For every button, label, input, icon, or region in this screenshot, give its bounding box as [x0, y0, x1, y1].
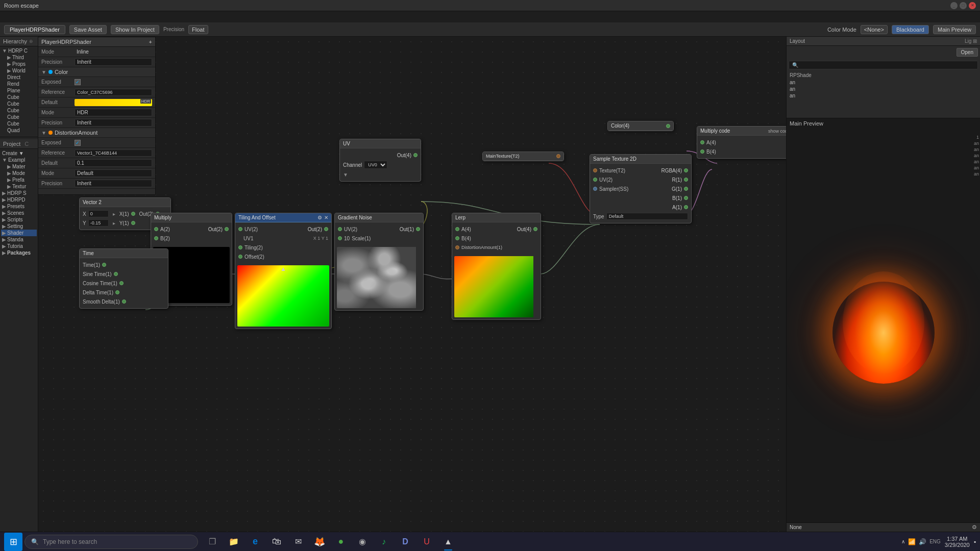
st-g-port[interactable]	[684, 187, 688, 191]
start-button[interactable]: ⊞	[4, 533, 22, 551]
project-item-exampl[interactable]: ▼ Exampl	[1, 157, 37, 163]
hierarchy-item-props[interactable]: ▶ Props	[1, 61, 37, 67]
ambient-icon[interactable]: ⚙	[972, 524, 977, 531]
project-item-mode[interactable]: ▶ Mode	[1, 170, 37, 177]
main-preview-button[interactable]: Main Preview	[933, 25, 976, 34]
spotify-app[interactable]: ♪	[374, 532, 394, 552]
gradient-scale-port[interactable]	[338, 236, 342, 240]
project-item-hdrpd[interactable]: ▶ HDRPD	[1, 196, 37, 203]
network-icon[interactable]: 📶	[908, 538, 916, 545]
hierarchy-item-world[interactable]: ▶ World	[1, 67, 37, 74]
time-sine-port[interactable]	[114, 272, 118, 276]
tiling-settings-icon[interactable]: ⚙	[317, 215, 322, 220]
mode-hdr-value[interactable]: HDR	[75, 109, 152, 116]
multiply-out-port[interactable]	[225, 227, 229, 231]
lerp-b-port[interactable]	[455, 236, 459, 240]
vector2-y1-port[interactable]	[131, 221, 135, 225]
firefox-app[interactable]: 🦊	[309, 532, 330, 552]
project-item-shader[interactable]: ▶ Shader	[1, 230, 37, 236]
distortion-section[interactable]: ▼ DistortionAmount	[38, 128, 155, 138]
hierarchy-item-rend[interactable]: Rend	[1, 81, 37, 87]
taskview-app[interactable]: ❐	[202, 532, 223, 552]
st-texture-port[interactable]	[593, 168, 597, 172]
search-bar[interactable]: 🔍 Type here to search	[24, 535, 198, 549]
hierarchy-item-third[interactable]: ▶ Third	[1, 54, 37, 61]
store-app[interactable]: 🛍	[266, 532, 287, 552]
multiply-a-port[interactable]	[154, 227, 158, 231]
right-item-1[interactable]: an	[787, 79, 980, 86]
main-texture-node[interactable]: MainTexture(T2)	[482, 152, 564, 161]
precision3-value[interactable]: Inherit	[75, 180, 152, 187]
hierarchy-item-hdrp[interactable]: ▼ HDRP C	[1, 47, 37, 54]
uv-expand-icon[interactable]: ▼	[343, 172, 348, 178]
chevron-icon[interactable]: ∧	[901, 539, 905, 544]
project-item-textur[interactable]: ▶ Textur	[1, 183, 37, 190]
time-smooth-port[interactable]	[122, 299, 126, 304]
project-create-btn[interactable]: Create ▼	[1, 150, 37, 157]
project-tab[interactable]: Project	[3, 141, 20, 147]
clock[interactable]: 1:37 AM 3/29/2020	[945, 536, 970, 548]
discord-app[interactable]: D	[395, 532, 415, 552]
hierarchy-item-cube3[interactable]: Cube	[1, 107, 37, 114]
color-preview[interactable]: HDR	[75, 99, 152, 106]
app2[interactable]: ◉	[352, 532, 373, 552]
hierarchy-item-quad[interactable]: Quad	[1, 127, 37, 134]
hierarchy-item-cube5[interactable]: Cube	[1, 120, 37, 127]
reference-value[interactable]: Color_C37C5696	[75, 89, 152, 96]
default2-value[interactable]: 0.1	[75, 159, 152, 167]
exposed2-checkbox[interactable]: ✓	[75, 140, 81, 146]
console-tab[interactable]: C	[24, 141, 29, 147]
shader-tab[interactable]: PlayerHDRPShader	[4, 25, 65, 34]
minimize-button[interactable]: _	[950, 2, 958, 9]
precision2-value[interactable]: Inherit	[75, 119, 152, 127]
save-asset-button[interactable]: Save Asset	[69, 25, 107, 34]
color-section[interactable]: ▼ Color	[38, 67, 155, 77]
project-item-presets[interactable]: ▶ Presets	[1, 203, 37, 210]
app3[interactable]: U	[416, 532, 437, 552]
time-node[interactable]: Time Time(1) Sine Time(1) Cosine Time(1)…	[79, 248, 168, 309]
mc-a-port[interactable]	[700, 140, 704, 144]
st-rgba-port[interactable]	[684, 168, 688, 172]
chrome-app[interactable]: ●	[331, 532, 351, 552]
mc-b-port[interactable]	[700, 149, 704, 154]
st-uv-port[interactable]	[593, 178, 597, 182]
lerp-t-port[interactable]	[455, 245, 459, 249]
maximize-button[interactable]: □	[960, 2, 967, 9]
tiling-tiling-port[interactable]	[238, 245, 242, 249]
show-desktop-button[interactable]: ▪	[974, 538, 976, 545]
project-item-tutoria[interactable]: ▶ Tutoria	[1, 243, 37, 249]
time-cosine-port[interactable]	[119, 281, 124, 285]
st-type-value[interactable]: Default	[606, 213, 688, 220]
multiply-code-view-btn[interactable]: show code	[768, 129, 786, 134]
lerp-node[interactable]: Lerp A(4) Out(4) B(4) DistortionAmount(1…	[452, 213, 541, 320]
gradient-out-port[interactable]	[416, 227, 420, 231]
vector2-y-input[interactable]	[88, 219, 109, 227]
gradient-noise-node[interactable]: Gradient Noise UV(2) Out(1) 10 Scale(1)	[334, 213, 424, 311]
hierarchy-item-cube4[interactable]: Cube	[1, 114, 37, 120]
tiling-close-icon[interactable]: ✕	[324, 215, 328, 220]
reference2-value[interactable]: Vector1_7C46B144	[75, 149, 152, 157]
project-item-mater[interactable]: ▶ Mater	[1, 163, 37, 170]
hierarchy-item-cube2[interactable]: Cube	[1, 101, 37, 107]
project-item-setting[interactable]: ▶ Setting	[1, 223, 37, 230]
tiling-offset-node[interactable]: Tiling And Offset ⚙ ✕ UV(2) Out(2) UV1 X…	[235, 213, 332, 329]
time-delta-port[interactable]	[115, 290, 119, 294]
unity-app[interactable]: ▲	[438, 532, 458, 552]
show-in-project-button[interactable]: Show In Project	[111, 25, 159, 34]
project-item-scenes[interactable]: ▶ Scenes	[1, 210, 37, 216]
edge-app[interactable]: e	[245, 532, 265, 552]
st-b-port[interactable]	[684, 196, 688, 200]
vector2-x-input[interactable]	[88, 210, 109, 217]
main-texture-out-port[interactable]	[556, 154, 560, 158]
explorer-app[interactable]: 📁	[224, 532, 244, 552]
project-item-standa[interactable]: ▶ Standa	[1, 236, 37, 243]
tiling-out-port[interactable]	[324, 227, 328, 231]
mail-app[interactable]: ✉	[288, 532, 308, 552]
uv-node[interactable]: UV Out(4) Channel UV0UV1UV2UV3 ▼	[339, 139, 421, 182]
uv-channel-select[interactable]: UV0UV1UV2UV3	[364, 161, 387, 169]
lerp-a-port[interactable]	[455, 227, 459, 231]
open-button[interactable]: Open	[957, 48, 978, 57]
hierarchy-item-cube1[interactable]: Cube	[1, 94, 37, 101]
tiling-expand-icon[interactable]: ▲	[280, 265, 286, 272]
tiling-uv-port[interactable]	[238, 227, 242, 231]
